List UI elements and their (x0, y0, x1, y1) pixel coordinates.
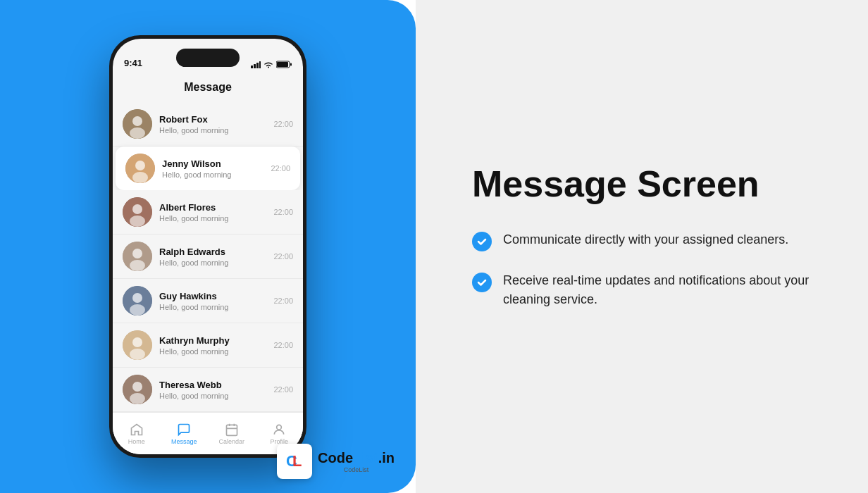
feature-text-2: Receive real-time updates and notificati… (503, 271, 810, 309)
svg-rect-6 (290, 63, 292, 66)
message-item-msg-robert[interactable]: Robert Fox Hello, good morning 22:00 (113, 102, 303, 146)
avatar-svg-msg-kathryn (123, 330, 152, 360)
msg-info-msg-ralph: Ralph Edwards Hello, good morning (159, 246, 266, 267)
msg-name-msg-kathryn: Kathryn Murphy (159, 335, 266, 346)
msg-time-msg-kathryn: 22:00 (273, 341, 293, 349)
avatar-svg-msg-robert (123, 109, 152, 139)
svg-point-32 (277, 425, 282, 430)
msg-info-msg-robert: Robert Fox Hello, good morning (159, 114, 266, 135)
watermark-text: CodeList.in CodeList (318, 450, 395, 473)
checkmark-svg-1 (476, 236, 488, 247)
message-item-msg-albert[interactable]: Albert Flores Hello, good morning 22:00 (113, 190, 303, 235)
svg-point-15 (130, 216, 145, 227)
wifi-icon (264, 61, 273, 68)
avatar-svg-msg-theresa (123, 375, 152, 404)
feature-item-1: Communicate directly with your assigned … (472, 230, 810, 251)
screen-content: Message Robert Fox Hello, good morning 2… (113, 74, 303, 454)
msg-name-msg-albert: Albert Flores (159, 202, 266, 213)
check-icon-2 (472, 273, 492, 292)
msg-info-msg-theresa: Theresa Webb Hello, good morning (159, 380, 266, 400)
svg-point-18 (130, 260, 145, 271)
dynamic-island (176, 49, 240, 67)
svg-point-24 (130, 349, 145, 360)
svg-rect-0 (251, 65, 253, 68)
message-item-msg-theresa[interactable]: Theresa Webb Hello, good morning 22:00 (113, 368, 303, 412)
avatar-msg-theresa (123, 375, 152, 404)
msg-time-msg-theresa: 22:00 (273, 385, 293, 394)
avatar-svg-msg-albert (123, 197, 152, 227)
svg-rect-5 (277, 62, 288, 67)
message-item-msg-ralph[interactable]: Ralph Edwards Hello, good morning 22:00 (113, 235, 303, 279)
svg-point-8 (132, 116, 142, 126)
battery-icon (276, 61, 292, 68)
svg-rect-3 (259, 61, 261, 68)
msg-preview-msg-robert: Hello, good morning (159, 126, 266, 135)
msg-preview-msg-guy: Hello, good morning (159, 303, 266, 311)
right-content: Message Screen Communicate directly with… (472, 164, 810, 328)
message-item-msg-guy[interactable]: Guy Hawkins Hello, good morning 22:00 (113, 279, 303, 323)
avatar-msg-jenny (125, 154, 155, 183)
left-panel: 9:41 (0, 0, 416, 493)
avatar-msg-robert (123, 109, 152, 139)
msg-name-msg-robert: Robert Fox (159, 114, 266, 125)
svg-point-23 (132, 337, 142, 347)
svg-point-14 (132, 204, 142, 214)
phone-inner: 9:41 (113, 39, 303, 454)
msg-time-msg-guy: 22:00 (273, 297, 293, 305)
avatar-svg-msg-guy (123, 286, 152, 316)
msg-preview-msg-jenny: Hello, good morning (162, 170, 264, 179)
svg-rect-28 (226, 425, 237, 435)
feature-item-2: Receive real-time updates and notificati… (472, 271, 810, 309)
msg-preview-msg-albert: Hello, good morning (159, 214, 266, 223)
watermark: C L CodeList.in CodeList (277, 444, 395, 479)
msg-info-msg-kathryn: Kathryn Murphy Hello, good morning (159, 335, 266, 356)
page-title: Message Screen (472, 164, 810, 204)
nav-message[interactable]: Message (161, 423, 209, 445)
check-icon-1 (472, 232, 492, 251)
msg-name-msg-theresa: Theresa Webb (159, 380, 266, 390)
right-panel: Message Screen Communicate directly with… (416, 0, 868, 493)
avatar-msg-kathryn (123, 330, 152, 360)
svg-rect-2 (256, 63, 259, 68)
msg-time-msg-robert: 22:00 (273, 120, 293, 128)
msg-info-msg-guy: Guy Hawkins Hello, good morning (159, 291, 266, 311)
bottom-nav: Home Message (113, 412, 303, 454)
signal-icon (251, 61, 261, 68)
svg-point-27 (130, 393, 145, 404)
svg-point-20 (132, 293, 142, 303)
screen-header: Message (113, 74, 303, 102)
avatar-msg-guy (123, 286, 152, 316)
msg-preview-msg-ralph: Hello, good morning (159, 258, 266, 267)
msg-name-msg-jenny: Jenny Wilson (162, 158, 264, 169)
message-item-msg-kathryn[interactable]: Kathryn Murphy Hello, good morning 22:00 (113, 323, 303, 368)
checkmark-svg-2 (476, 277, 488, 288)
msg-info-msg-jenny: Jenny Wilson Hello, good morning (162, 158, 264, 179)
svg-rect-1 (254, 64, 256, 68)
msg-preview-msg-theresa: Hello, good morning (159, 392, 266, 400)
status-time: 9:41 (124, 58, 142, 68)
avatar-svg-msg-ralph (123, 242, 152, 271)
msg-time-msg-jenny: 22:00 (271, 164, 290, 173)
nav-profile[interactable]: Profile (256, 423, 304, 445)
svg-point-9 (130, 127, 145, 139)
nav-home[interactable]: Home (113, 423, 161, 445)
avatar-msg-albert (123, 197, 152, 227)
message-list: Robert Fox Hello, good morning 22:00 Jen… (113, 102, 303, 412)
svg-point-21 (130, 304, 145, 316)
svg-point-26 (132, 382, 142, 392)
feature-text-1: Communicate directly with your assigned … (503, 230, 788, 249)
svg-point-11 (135, 161, 145, 170)
msg-time-msg-albert: 22:00 (273, 208, 293, 216)
avatar-svg-msg-jenny (125, 154, 155, 183)
nav-calendar[interactable]: Calendar (208, 423, 256, 445)
codelist-logo-icon: C L (283, 449, 306, 473)
msg-name-msg-guy: Guy Hawkins (159, 291, 266, 301)
message-item-msg-jenny[interactable]: Jenny Wilson Hello, good morning 22:00 (116, 146, 300, 190)
msg-preview-msg-kathryn: Hello, good morning (159, 347, 266, 356)
svg-text:L: L (292, 452, 302, 470)
phone-mockup: 9:41 (95, 21, 321, 472)
msg-name-msg-ralph: Ralph Edwards (159, 246, 266, 257)
status-icons (251, 61, 292, 68)
watermark-logo: C L (277, 444, 312, 479)
svg-point-17 (132, 249, 142, 258)
